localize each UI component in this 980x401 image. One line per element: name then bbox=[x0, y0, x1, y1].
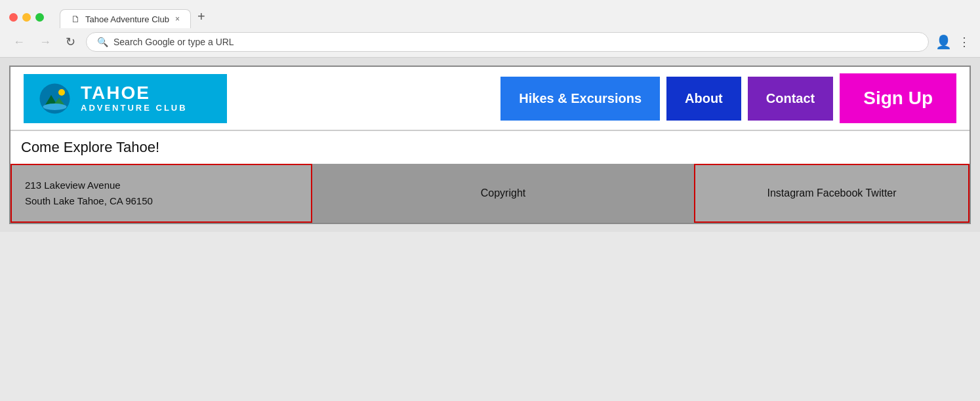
address-bar[interactable]: 🔍 Search Google or type a URL bbox=[86, 32, 929, 52]
tab-title: Tahoe Adventure Club bbox=[85, 14, 169, 24]
search-icon: 🔍 bbox=[97, 37, 108, 47]
more-options-button[interactable]: ⋮ bbox=[958, 35, 971, 49]
minimize-window-button[interactable] bbox=[22, 13, 31, 22]
logo-icon bbox=[37, 81, 73, 117]
tab-bar: 🗋 Tahoe Adventure Club × + bbox=[60, 7, 212, 28]
traffic-lights bbox=[9, 13, 44, 22]
address-line1: 213 Lakeview Avenue bbox=[25, 180, 121, 191]
signup-button[interactable]: Sign Up bbox=[840, 73, 956, 123]
social-links-text: Instagram Facebook Twitter bbox=[767, 187, 896, 199]
tab-close-button[interactable]: × bbox=[175, 14, 180, 24]
hikes-excursions-button[interactable]: Hikes & Excursions bbox=[500, 77, 660, 121]
title-bar: 🗋 Tahoe Adventure Club × + bbox=[0, 0, 980, 28]
footer-address: 213 Lakeview Avenue South Lake Tahoe, CA… bbox=[10, 164, 312, 223]
browser-chrome: 🗋 Tahoe Adventure Club × + ← → ↻ 🔍 Searc… bbox=[0, 0, 980, 58]
page-content: TAHOE ADVENTURE CLUB Hikes & Excursions … bbox=[0, 58, 980, 232]
footer-copyright: Copyright bbox=[312, 164, 694, 223]
copyright-text: Copyright bbox=[481, 187, 525, 199]
maximize-window-button[interactable] bbox=[35, 13, 44, 22]
site-footer: 213 Lakeview Avenue South Lake Tahoe, CA… bbox=[10, 164, 970, 223]
address-bar-row: ← → ↻ 🔍 Search Google or type a URL 👤 ⋮ bbox=[0, 28, 980, 57]
logo-container: TAHOE ADVENTURE CLUB bbox=[24, 74, 227, 123]
forward-button[interactable]: → bbox=[35, 34, 55, 50]
address-text: Search Google or type a URL bbox=[113, 37, 918, 47]
tagline-text: Come Explore Tahoe! bbox=[21, 139, 159, 155]
active-tab[interactable]: 🗋 Tahoe Adventure Club × bbox=[60, 9, 191, 28]
address-block: 213 Lakeview Avenue South Lake Tahoe, CA… bbox=[25, 178, 153, 209]
svg-point-4 bbox=[58, 89, 65, 96]
about-button[interactable]: About bbox=[666, 77, 741, 121]
new-tab-button[interactable]: + bbox=[191, 7, 212, 27]
svg-point-5 bbox=[43, 104, 67, 110]
website-container: TAHOE ADVENTURE CLUB Hikes & Excursions … bbox=[9, 66, 971, 224]
logo-tahoe: TAHOE bbox=[81, 83, 188, 104]
nav-buttons: Hikes & Excursions About Contact Sign Up bbox=[500, 73, 956, 123]
contact-button[interactable]: Contact bbox=[748, 77, 833, 121]
logo-adventure-club: ADVENTURE CLUB bbox=[81, 104, 188, 113]
tab-page-icon: 🗋 bbox=[71, 14, 80, 24]
profile-button[interactable]: 👤 bbox=[935, 34, 952, 50]
logo-text: TAHOE ADVENTURE CLUB bbox=[81, 83, 188, 113]
site-header: TAHOE ADVENTURE CLUB Hikes & Excursions … bbox=[10, 67, 970, 131]
reload-button[interactable]: ↻ bbox=[62, 33, 79, 50]
footer-social: Instagram Facebook Twitter bbox=[694, 164, 970, 223]
close-window-button[interactable] bbox=[9, 13, 18, 22]
tagline-section: Come Explore Tahoe! bbox=[10, 131, 970, 164]
address-line2: South Lake Tahoe, CA 96150 bbox=[25, 195, 153, 206]
back-button[interactable]: ← bbox=[9, 34, 29, 50]
